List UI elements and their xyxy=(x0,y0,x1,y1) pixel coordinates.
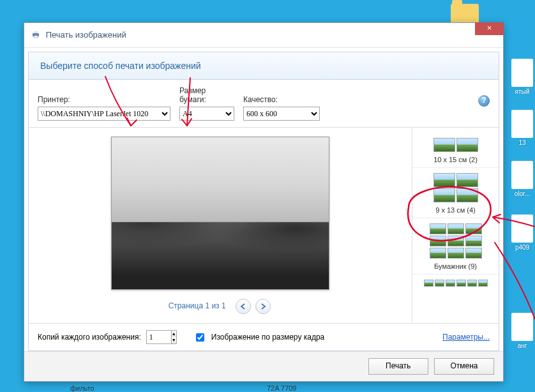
dialog-heading: Выберите способ печати изображений xyxy=(29,52,499,80)
bottom-bar: Копий каждого изображения: ▲▼ Изображени… xyxy=(29,323,499,351)
desktop: ятый 13 olor... p409 анг × Печать изобра… xyxy=(0,0,535,392)
svg-rect-1 xyxy=(34,31,38,33)
preview-sheet xyxy=(111,137,329,290)
help-icon[interactable]: ? xyxy=(478,95,490,107)
print-button[interactable]: Печать xyxy=(368,358,428,375)
copies-spinner[interactable]: ▲▼ xyxy=(146,330,177,344)
layout-option-3[interactable] xyxy=(412,275,499,294)
desktop-file-2[interactable]: 13 xyxy=(504,110,535,148)
dialog-footer: Печать Отмена xyxy=(24,351,503,381)
copies-input[interactable] xyxy=(147,331,171,343)
dialog-title: Печать изображений xyxy=(46,30,126,40)
layout-list[interactable]: 10 x 15 см (2)9 x 13 см (4)Бумажник (9) xyxy=(412,128,499,323)
cancel-button[interactable]: Отмена xyxy=(434,358,494,375)
spin-up[interactable]: ▲ xyxy=(172,331,176,337)
pager: Страница 1 из 1 xyxy=(38,299,403,314)
layout-option-2[interactable]: Бумажник (9) xyxy=(412,218,499,275)
printer-select[interactable]: \\DOMASHNIY\HP LaserJet 1020 xyxy=(38,107,170,121)
parameters-link[interactable]: Параметры... xyxy=(442,333,490,342)
close-button[interactable]: × xyxy=(475,22,504,35)
pager-text: Страница 1 из 1 xyxy=(169,301,226,310)
titlebar[interactable]: Печать изображений xyxy=(24,23,503,48)
fit-frame-checkbox[interactable] xyxy=(196,333,204,342)
printer-icon xyxy=(32,24,40,31)
dialog-inner: Выберите способ печати изображений Принт… xyxy=(28,52,499,351)
preview-pane: Страница 1 из 1 xyxy=(29,128,412,323)
preview-photo xyxy=(112,137,329,289)
desktop-file-5[interactable]: анг xyxy=(504,313,535,351)
print-dialog: × Печать изображений Выберите способ печ… xyxy=(24,22,504,382)
quality-select[interactable]: 600 x 600 xyxy=(243,107,320,121)
desktop-file-4[interactable]: p409 xyxy=(504,215,535,253)
next-page-button[interactable] xyxy=(255,299,271,314)
printer-label: Принтер: xyxy=(38,95,170,104)
status-text-mid: 72A 7709 xyxy=(267,384,297,392)
layout-caption: 10 x 15 см (2) xyxy=(412,156,499,163)
dialog-body: Страница 1 из 1 10 x 15 см (2)9 x 13 см … xyxy=(29,127,499,323)
layout-option-1[interactable]: 9 x 13 см (4) xyxy=(412,168,499,218)
desktop-file-3[interactable]: olor... xyxy=(504,161,535,199)
settings-row: Принтер: \\DOMASHNIY\HP LaserJet 1020 Ра… xyxy=(29,80,499,123)
desktop-file-1[interactable]: ятый xyxy=(504,59,535,97)
status-text-left: фильто xyxy=(70,384,94,392)
copies-label: Копий каждого изображения: xyxy=(38,333,141,342)
spin-down[interactable]: ▼ xyxy=(172,337,176,343)
layout-caption: Бумажник (9) xyxy=(412,262,499,270)
layout-caption: 9 x 13 см (4) xyxy=(412,206,499,214)
fit-frame-label: Изображение по размеру кадра xyxy=(211,333,324,342)
paper-label: Размер бумаги: xyxy=(179,86,234,104)
prev-page-button[interactable] xyxy=(236,299,251,314)
layout-option-0[interactable]: 10 x 15 см (2) xyxy=(412,133,499,168)
paper-select[interactable]: A4 xyxy=(179,107,234,121)
quality-label: Качество: xyxy=(243,95,320,104)
svg-rect-2 xyxy=(34,36,38,38)
